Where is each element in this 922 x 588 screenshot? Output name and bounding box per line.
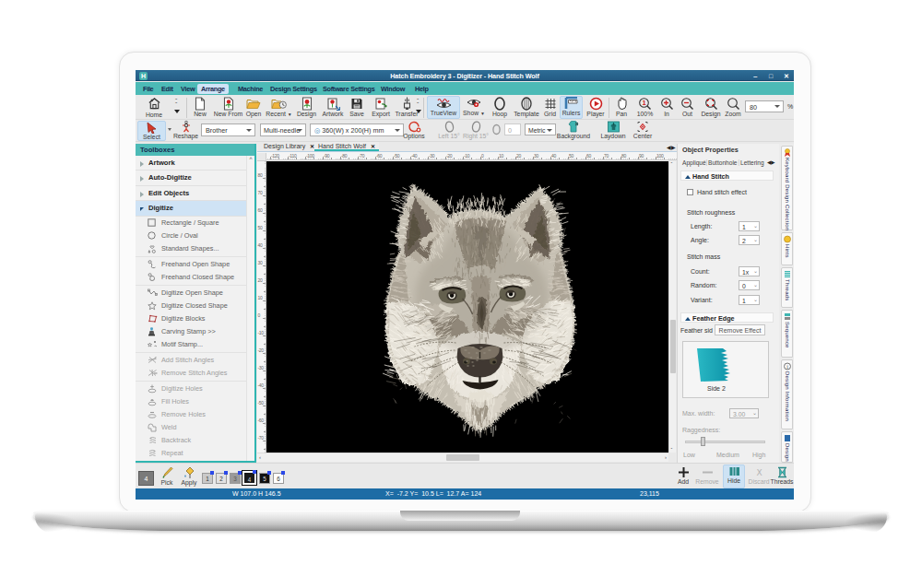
svg-text:i: i xyxy=(786,363,788,369)
svg-text:1: 1 xyxy=(642,99,645,107)
svg-text:Ⅹ: Ⅹ xyxy=(756,468,762,477)
